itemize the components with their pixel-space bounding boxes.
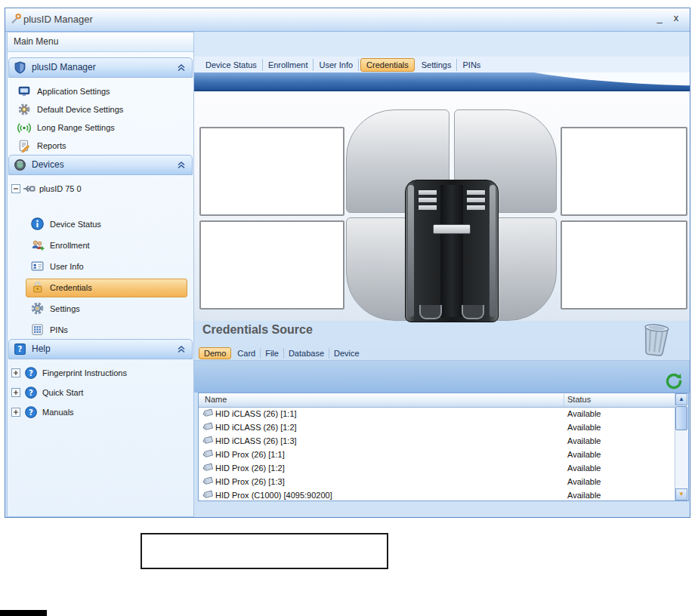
sidebar-item-enrollment[interactable]: Enrollment [8,236,184,254]
device-foot [462,305,484,319]
gear-icon [30,301,45,316]
padlock-icon [30,280,45,294]
source-tab-file[interactable]: File [261,348,284,359]
document-page: plusID Manager _ x Main Menu plusID Mana… [0,0,695,616]
sidebar-item-label: PINs [50,321,68,339]
group-header-plusid-manager[interactable]: plusID Manager [8,57,193,78]
help-item-manuals[interactable]: ? Manuals [8,403,193,421]
tab-enrollment[interactable]: Enrollment [263,59,314,71]
sidebar-item-application-settings[interactable]: Application Settings [12,82,189,100]
sidebar-item-label: Enrollment [50,236,90,254]
expand-plus-icon[interactable] [11,388,20,397]
help-circle-icon: ? [14,343,26,356]
group-label: Devices [32,156,64,174]
shield-icon [14,61,26,74]
minimize-button[interactable]: _ [653,12,666,23]
tab-settings[interactable]: Settings [416,59,458,71]
sidebar-item-label: Reports [37,137,66,155]
source-tab-demo[interactable]: Demo [199,347,231,359]
scroll-up-icon[interactable]: ▲ [675,393,687,405]
window-title: plusID Manager [23,14,93,25]
scroll-down-icon[interactable]: ▼ [675,488,687,500]
sidebar-item-user-info[interactable]: User Info [8,257,184,276]
sidebar-item-reports[interactable]: Reports [12,137,189,155]
sidebar-item-device-status[interactable]: Device Status [8,215,184,233]
device-slat [466,205,486,211]
sidebar-item-default-device-settings[interactable]: Default Device Settings [12,100,189,119]
expand-plus-icon[interactable] [11,408,20,417]
scrollbar-thumb[interactable] [675,406,687,430]
chevron-up-icon[interactable] [175,343,187,355]
column-separator[interactable] [564,394,564,406]
sidebar-item-pins[interactable]: PINs [8,321,184,339]
header-swoosh [194,72,690,91]
group-header-devices[interactable]: Devices [8,155,193,175]
svg-text:?: ? [29,369,33,377]
table-row[interactable]: HID iCLASS (26) [1:1] Available [199,407,675,420]
tag-icon [202,462,214,473]
help-item-quick-start[interactable]: ? Quick Start [8,383,193,402]
table-row[interactable]: HID Prox (26) [1:1] Available [199,448,675,461]
credential-status: Available [567,420,601,434]
credential-status: Available [567,448,601,461]
device-rail [490,185,496,317]
expand-plus-icon[interactable] [11,368,20,377]
credential-status: Available [567,488,601,501]
vertical-scrollbar[interactable]: ▲ ▼ [675,393,688,500]
device-slat [466,197,486,203]
device-slat [418,205,437,211]
column-header-status[interactable]: Status [567,395,591,404]
main-top-band [194,32,690,57]
refresh-icon[interactable] [664,371,684,391]
credential-name: HID Prox (26) [1:2] [215,461,285,475]
tree-node-plusid-75-0[interactable]: plusID 75 0 [8,180,193,197]
question-circle-icon: ? [24,386,38,399]
tab-user-info[interactable]: User Info [314,59,359,71]
svg-text:?: ? [29,389,33,397]
tab-credentials[interactable]: Credentials [360,58,415,72]
page-footer-mark [0,610,47,616]
credential-name: HID Prox (26) [1:3] [215,475,285,488]
tag-icon [202,421,214,432]
tab-device-status[interactable]: Device Status [200,59,263,71]
source-tab-card[interactable]: Card [233,348,261,359]
table-row[interactable]: HID Prox (26) [1:3] Available [199,475,675,488]
title-bar[interactable]: plusID Manager _ x [5,8,690,32]
recycle-bin-icon[interactable] [637,318,675,359]
credential-slot-bottom-left[interactable] [199,220,344,310]
source-tab-device[interactable]: Device [329,348,364,359]
tag-icon [202,435,214,445]
tab-pins[interactable]: PINs [457,59,486,71]
column-header-name[interactable]: Name [205,395,227,404]
collapse-expander-icon[interactable] [11,184,20,193]
tag-icon [202,476,214,486]
chevron-up-icon[interactable] [175,159,187,171]
sidebar-item-label: Default Device Settings [37,100,123,119]
chevron-up-icon[interactable] [175,61,187,73]
signal-icon [17,121,31,134]
sidebar-item-settings[interactable]: Settings [8,300,184,318]
question-circle-icon: ? [24,366,38,380]
table-row[interactable]: HID iCLASS (26) [1:2] Available [199,420,675,434]
device-foot [419,305,442,319]
credential-slot-bottom-right[interactable] [561,220,687,310]
table-header[interactable]: Name Status [199,393,675,408]
help-item-fingerprint-instructions[interactable]: ? Fingerprint Instructions [8,364,193,382]
group-header-help[interactable]: ? Help [8,339,193,359]
credential-name: HID iCLASS (26) [1:2] [215,420,297,434]
table-row[interactable]: HID iCLASS (26) [1:3] Available [199,434,675,448]
sidebar-item-label: Settings [50,300,80,318]
report-pencil-icon [17,139,31,152]
tag-icon [202,408,214,418]
plusid-device-image [405,180,499,322]
source-tab-database[interactable]: Database [284,348,329,359]
sidebar-item-credentials[interactable]: Credentials [8,279,184,297]
tag-icon [202,489,214,500]
close-button[interactable]: x [670,12,682,23]
credential-slot-top-right[interactable] [561,127,687,216]
table-row[interactable]: HID Prox (C1000) [4095:90200] Available [199,488,675,501]
device-slat [418,197,437,203]
credential-slot-top-left[interactable] [199,127,344,216]
sidebar-item-long-range-settings[interactable]: Long Range Settings [12,119,189,137]
table-row[interactable]: HID Prox (26) [1:2] Available [199,461,675,475]
